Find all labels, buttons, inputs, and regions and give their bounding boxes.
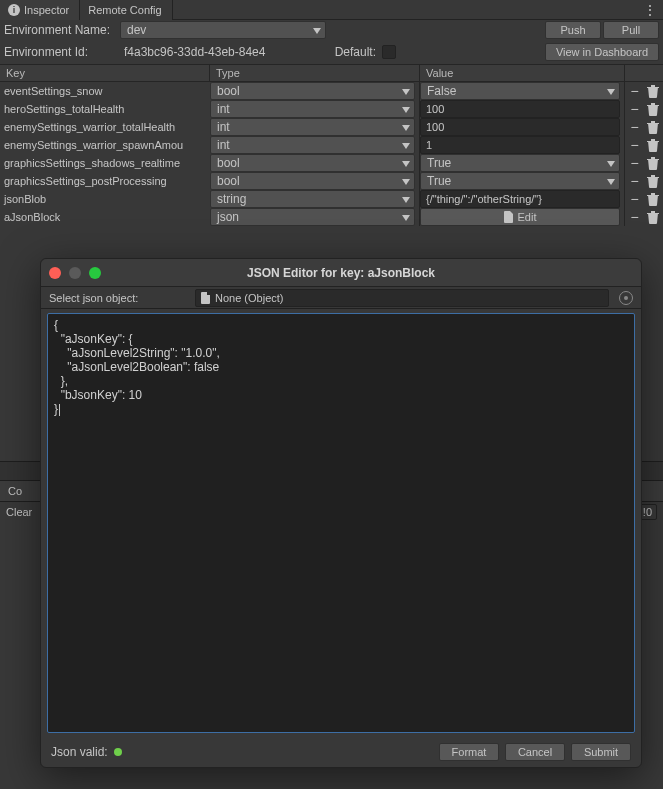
object-picker-icon[interactable] — [619, 291, 633, 305]
kebab-menu-icon[interactable]: ⋮ — [643, 3, 657, 17]
remove-row-button[interactable]: − — [627, 155, 642, 171]
cancel-button[interactable]: Cancel — [505, 743, 565, 761]
table-row: enemySettings_warrior_totalHealthint100− — [0, 118, 663, 136]
type-value: bool — [217, 174, 240, 188]
object-field[interactable]: None (Object) — [195, 289, 609, 307]
json-textarea[interactable]: { "aJsonKey": { "aJsonLevel2String": "1.… — [47, 313, 635, 733]
type-dropdown[interactable]: int — [210, 118, 415, 136]
value-text: True — [427, 174, 451, 188]
table-row: graphicsSettings_postProcessingboolTrue− — [0, 172, 663, 190]
tab-inspector[interactable]: i Inspector — [0, 0, 80, 20]
remove-row-button[interactable]: − — [627, 83, 642, 99]
valid-indicator-icon — [114, 748, 122, 756]
type-dropdown[interactable]: int — [210, 100, 415, 118]
object-value: None (Object) — [215, 292, 283, 304]
cell-key[interactable]: eventSettings_snow — [0, 85, 210, 97]
submit-button[interactable]: Submit — [571, 743, 631, 761]
type-dropdown[interactable]: string — [210, 190, 415, 208]
value-dropdown[interactable]: True — [420, 172, 620, 190]
delete-row-button[interactable] — [645, 173, 660, 189]
env-id-label: Environment Id: — [2, 45, 120, 59]
remove-row-button[interactable]: − — [627, 173, 642, 189]
delete-row-button[interactable] — [645, 155, 660, 171]
delete-row-button[interactable] — [645, 191, 660, 207]
type-dropdown[interactable]: json — [210, 208, 415, 226]
value-text: True — [427, 156, 451, 170]
remove-row-button[interactable]: − — [627, 119, 642, 135]
edit-label: Edit — [518, 211, 537, 223]
chevron-down-icon — [402, 120, 410, 134]
chevron-down-icon — [402, 138, 410, 152]
default-label: Default: — [326, 45, 382, 59]
pull-button[interactable]: Pull — [603, 21, 659, 39]
edit-json-button[interactable]: Edit — [420, 208, 620, 226]
type-dropdown[interactable]: bool — [210, 154, 415, 172]
remove-row-button[interactable]: − — [627, 101, 642, 117]
cell-key[interactable]: aJsonBlock — [0, 211, 210, 223]
delete-row-button[interactable] — [645, 209, 660, 225]
delete-row-button[interactable] — [645, 83, 660, 99]
chevron-down-icon — [607, 84, 615, 98]
clear-button[interactable]: Clear — [6, 506, 32, 518]
table-row: jsonBlobstring{/"thing/":/"otherString/"… — [0, 190, 663, 208]
view-dashboard-button[interactable]: View in Dashboard — [545, 43, 659, 61]
value-dropdown[interactable]: True — [420, 154, 620, 172]
format-button[interactable]: Format — [439, 743, 499, 761]
env-name-value: dev — [127, 23, 146, 37]
close-icon[interactable] — [49, 267, 61, 279]
json-editor-dialog: JSON Editor for key: aJsonBlock Select j… — [40, 258, 642, 768]
delete-row-button[interactable] — [645, 137, 660, 153]
value-dropdown[interactable]: False — [420, 82, 620, 100]
col-header-key[interactable]: Key — [0, 65, 210, 81]
delete-row-button[interactable] — [645, 101, 660, 117]
remove-row-button[interactable]: − — [627, 137, 642, 153]
table-row: eventSettings_snowboolFalse− — [0, 82, 663, 100]
chevron-down-icon — [607, 174, 615, 188]
dialog-title: JSON Editor for key: aJsonBlock — [41, 266, 641, 280]
value-input[interactable]: 1 — [420, 136, 620, 154]
value-input[interactable]: 100 — [420, 100, 620, 118]
value-input[interactable]: {/"thing/":/"otherString/"} — [420, 190, 620, 208]
remove-row-button[interactable]: − — [627, 209, 642, 225]
table-row: aJsonBlockjsonEdit− — [0, 208, 663, 226]
default-checkbox[interactable] — [382, 45, 396, 59]
chevron-down-icon — [402, 210, 410, 224]
chevron-down-icon — [402, 192, 410, 206]
cell-key[interactable]: graphicsSettings_shadows_realtime — [0, 157, 210, 169]
type-dropdown[interactable]: int — [210, 136, 415, 154]
console-tab[interactable]: Co — [0, 482, 30, 500]
value-text: False — [427, 84, 456, 98]
value-input[interactable]: 100 — [420, 118, 620, 136]
type-value: bool — [217, 84, 240, 98]
type-dropdown[interactable]: bool — [210, 172, 415, 190]
col-header-type[interactable]: Type — [210, 65, 420, 81]
cell-key[interactable]: graphicsSettings_postProcessing — [0, 175, 210, 187]
select-json-label: Select json object: — [49, 292, 189, 304]
env-name-dropdown[interactable]: dev — [120, 21, 326, 39]
remove-row-button[interactable]: − — [627, 191, 642, 207]
cell-key[interactable]: enemySettings_warrior_totalHealth — [0, 121, 210, 133]
chevron-down-icon — [402, 102, 410, 116]
zoom-icon[interactable] — [89, 267, 101, 279]
minimize-icon[interactable] — [69, 267, 81, 279]
tab-label: Inspector — [24, 4, 69, 16]
dialog-titlebar[interactable]: JSON Editor for key: aJsonBlock — [41, 259, 641, 287]
document-icon — [201, 292, 211, 304]
delete-row-button[interactable] — [645, 119, 660, 135]
cell-key[interactable]: heroSettings_totalHealth — [0, 103, 210, 115]
type-value: int — [217, 120, 230, 134]
tab-bar: i Inspector Remote Config ⋮ — [0, 0, 663, 20]
chevron-down-icon — [313, 23, 321, 37]
chevron-down-icon — [402, 174, 410, 188]
env-name-label: Environment Name: — [2, 23, 120, 37]
info-icon: i — [8, 4, 20, 16]
push-button[interactable]: Push — [545, 21, 601, 39]
cell-key[interactable]: jsonBlob — [0, 193, 210, 205]
cell-key[interactable]: enemySettings_warrior_spawnAmou — [0, 139, 210, 151]
type-dropdown[interactable]: bool — [210, 82, 415, 100]
col-header-value[interactable]: Value — [420, 65, 625, 81]
chevron-down-icon — [402, 156, 410, 170]
chevron-down-icon — [607, 156, 615, 170]
json-valid-label: Json valid: — [51, 745, 108, 759]
tab-remote-config[interactable]: Remote Config — [80, 0, 172, 20]
